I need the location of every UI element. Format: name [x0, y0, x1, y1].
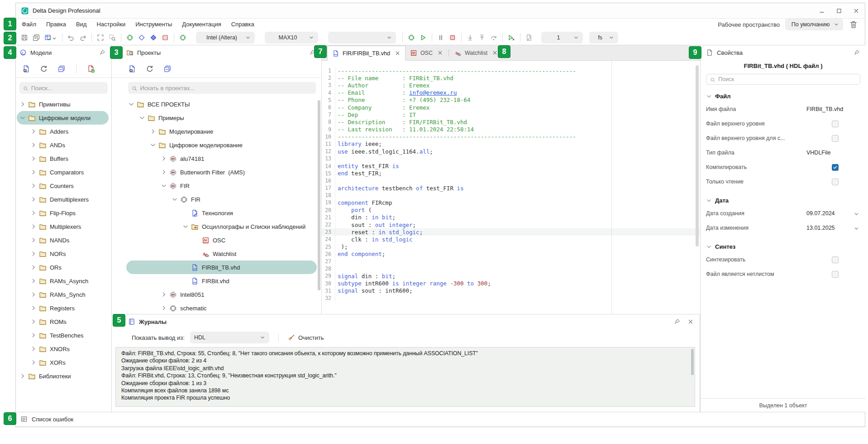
projects-search[interactable]	[128, 82, 316, 94]
run-to-cursor-button[interactable]	[506, 32, 517, 43]
script-button[interactable]	[524, 32, 534, 43]
tree-item[interactable]: FIR	[126, 179, 317, 193]
chevron-right-icon[interactable]	[30, 223, 37, 230]
chevron-right-icon[interactable]	[161, 305, 167, 311]
section-header[interactable]: Дата	[706, 194, 860, 206]
chevron-right-icon[interactable]	[30, 264, 37, 270]
menu-item[interactable]: Вид	[71, 19, 92, 30]
editor-tab[interactable]: OSC	[405, 45, 448, 60]
chevron-right-icon[interactable]	[30, 210, 37, 216]
refresh-button[interactable]	[38, 63, 49, 74]
chevron-right-icon[interactable]	[30, 237, 37, 243]
chevron-down-icon[interactable]	[150, 142, 156, 148]
chevron-down-icon[interactable]	[854, 225, 859, 231]
error-list-bar[interactable]: Список ошибок	[16, 412, 865, 426]
undo-button[interactable]	[66, 32, 76, 43]
add-model-button[interactable]	[86, 63, 96, 74]
projects-scrollbar[interactable]	[318, 100, 320, 290]
step-out-button[interactable]	[477, 32, 487, 43]
chevron-right-icon[interactable]	[30, 319, 37, 325]
property-row[interactable]: Дата создания09.07.2024	[706, 206, 860, 221]
section-header[interactable]: Синтез	[706, 241, 860, 252]
checkbox[interactable]	[832, 271, 839, 278]
chevron-right-icon[interactable]	[161, 155, 167, 162]
chevron-right-icon[interactable]	[30, 291, 37, 298]
tree-item[interactable]: Demultiplexers	[17, 193, 109, 206]
tree-item[interactable]: Цифровое моделирование	[126, 138, 317, 152]
chevron-right-icon[interactable]	[30, 128, 37, 135]
tree-item[interactable]: VHDFIRBit.vhd	[126, 274, 317, 288]
close-tab-icon[interactable]	[437, 50, 443, 56]
tree-item[interactable]: XORs	[17, 356, 109, 369]
stop-button[interactable]	[447, 32, 458, 43]
tree-item[interactable]: Intel8051	[126, 288, 317, 301]
save-all-button[interactable]	[31, 32, 42, 43]
models-search-input[interactable]	[31, 85, 104, 92]
chevron-right-icon[interactable]	[19, 373, 26, 379]
chevron-down-icon[interactable]	[161, 183, 167, 189]
property-row[interactable]: Компилировать	[706, 160, 860, 174]
tree-item[interactable]: ANDs	[17, 138, 109, 152]
stop-outline-button[interactable]	[160, 32, 171, 43]
collapse-all-button[interactable]	[56, 63, 67, 74]
tree-item[interactable]: NORs	[17, 247, 109, 261]
tree-item[interactable]: ORs	[17, 261, 109, 274]
tree-item[interactable]: Registers	[17, 301, 109, 315]
menu-item[interactable]: Настройки	[91, 19, 130, 30]
run-chip-button[interactable]	[406, 32, 417, 43]
email-link[interactable]: info@eremex.ru	[409, 89, 457, 96]
tree-item[interactable]: ВСЕ ПРОЕКТЫ	[126, 97, 317, 111]
chevron-right-icon[interactable]	[30, 278, 37, 284]
close-icon[interactable]	[853, 8, 859, 14]
device-select[interactable]	[328, 32, 396, 43]
chevron-right-icon[interactable]	[150, 128, 156, 135]
tree-item[interactable]: RAMs_Asynch	[17, 274, 109, 288]
minimize-icon[interactable]	[819, 8, 825, 14]
models-search[interactable]	[19, 82, 108, 94]
property-row[interactable]: Синтезировать	[706, 252, 860, 267]
steps-select[interactable]: 1	[541, 32, 583, 43]
properties-search-input[interactable]	[718, 76, 856, 82]
tree-item[interactable]: Примеры	[126, 111, 317, 125]
fit-screen-button[interactable]	[95, 32, 106, 43]
tree-item[interactable]: RAMs_Synch	[17, 288, 109, 301]
tree-item[interactable]: XNORs	[17, 342, 109, 356]
tree-item[interactable]: Multiplexers	[17, 220, 109, 233]
editor-tab[interactable]: VHDFIR/FIRBit_TB.vhd	[327, 46, 405, 61]
checkbox[interactable]	[832, 179, 839, 185]
menu-item[interactable]: Справка	[226, 19, 259, 30]
tree-item[interactable]: alu74181	[126, 152, 317, 165]
projects-search-input[interactable]	[140, 85, 312, 92]
zoom-selection-button[interactable]	[107, 32, 118, 43]
chevron-right-icon[interactable]	[161, 169, 167, 175]
tree-item[interactable]: Butterworth Filter (AMS)	[126, 165, 317, 179]
chevron-down-icon[interactable]	[128, 101, 134, 107]
menu-item[interactable]: Правка	[41, 19, 71, 30]
tree-item[interactable]: Цифровые модели	[17, 111, 109, 125]
pause-button[interactable]	[435, 32, 446, 43]
chevron-right-icon[interactable]	[30, 169, 37, 175]
open-file-eye-button[interactable]	[21, 63, 32, 74]
pin-icon[interactable]	[674, 319, 680, 325]
chevron-right-icon[interactable]	[30, 183, 37, 189]
tree-item[interactable]: FIR	[126, 193, 317, 206]
output-source-select[interactable]: HDL	[190, 332, 269, 343]
close-tab-icon[interactable]	[492, 50, 498, 56]
menu-item[interactable]: Файл	[17, 19, 41, 30]
property-row[interactable]: Только чтение	[706, 174, 860, 189]
log-scrollbar[interactable]	[691, 349, 694, 375]
tree-item[interactable]: Примитивы	[17, 97, 109, 111]
table-view-button[interactable]	[43, 32, 59, 43]
chevron-down-icon[interactable]	[182, 223, 189, 230]
property-row[interactable]: Файл является нетлистом	[706, 267, 860, 281]
chip-settings-button[interactable]	[177, 32, 188, 43]
chevron-down-icon[interactable]	[139, 115, 145, 121]
tree-item[interactable]: TestBenches	[17, 328, 109, 342]
chevron-right-icon[interactable]	[161, 291, 167, 298]
save-button[interactable]	[19, 32, 30, 43]
compile-chip-button[interactable]	[124, 32, 135, 43]
section-header[interactable]: Файл	[706, 90, 860, 102]
workspace-select[interactable]: По умолчанию	[785, 19, 843, 30]
properties-search[interactable]	[706, 74, 860, 85]
close-tab-icon[interactable]	[395, 50, 401, 56]
